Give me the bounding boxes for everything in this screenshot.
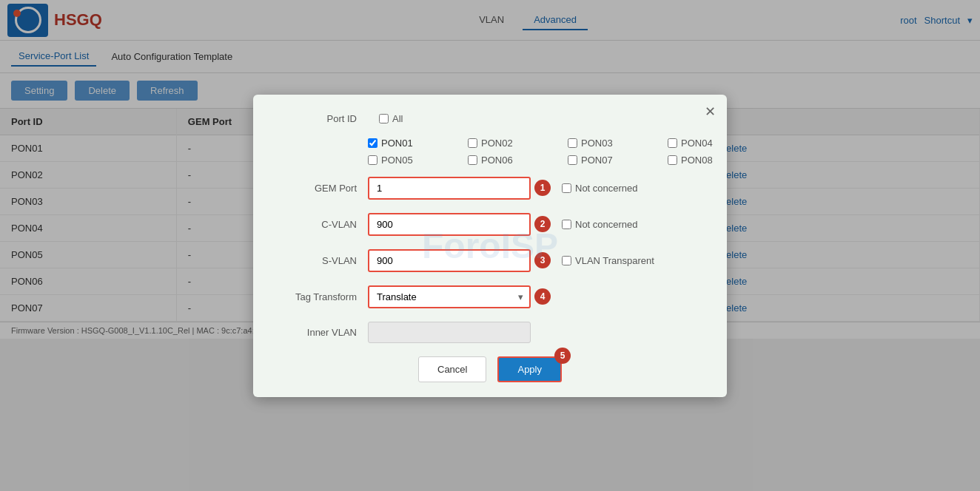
c-vlan-not-concerned-checkbox[interactable] bbox=[562, 220, 571, 229]
tag-transform-input-group: Translate Add Remove Transparent ▾ 4 bbox=[368, 285, 551, 308]
gem-port-label: GEM Port bbox=[275, 183, 357, 194]
s-vlan-transparent-text: VLAN Transparent bbox=[575, 255, 654, 266]
inner-vlan-label: Inner VLAN bbox=[275, 327, 357, 338]
gem-port-not-concerned-text: Not concerned bbox=[575, 183, 638, 194]
gem-port-not-concerned-label[interactable]: Not concerned bbox=[562, 183, 638, 194]
pon05-label: PON05 bbox=[381, 155, 413, 166]
s-vlan-input[interactable] bbox=[368, 249, 531, 272]
gem-port-row: GEM Port 1 Not concerned bbox=[275, 177, 705, 200]
c-vlan-not-concerned-text: Not concerned bbox=[575, 219, 638, 230]
pon06-label: PON06 bbox=[481, 155, 513, 166]
pon07-label: PON07 bbox=[581, 155, 613, 166]
port-id-section: Port ID All bbox=[275, 113, 705, 124]
s-vlan-transparent-checkbox[interactable] bbox=[562, 256, 571, 265]
step-badge-4: 4 bbox=[534, 288, 551, 305]
s-vlan-input-group: 3 VLAN Transparent bbox=[368, 249, 654, 272]
step-badge-2: 2 bbox=[534, 216, 551, 232]
pon01-item[interactable]: PON01 bbox=[368, 138, 464, 149]
tag-transform-row: Tag Transform Translate Add Remove Trans… bbox=[275, 285, 705, 308]
pon02-label: PON02 bbox=[481, 138, 513, 149]
pon05-checkbox[interactable] bbox=[368, 155, 377, 165]
pon03-label: PON03 bbox=[581, 138, 613, 149]
pon08-checkbox[interactable] bbox=[668, 155, 677, 165]
pon02-checkbox[interactable] bbox=[468, 138, 477, 148]
all-checkbox-label[interactable]: All bbox=[379, 113, 403, 124]
c-vlan-not-concerned-label[interactable]: Not concerned bbox=[562, 219, 638, 230]
pon05-item[interactable]: PON05 bbox=[368, 155, 464, 166]
apply-wrapper: Apply 5 bbox=[497, 356, 562, 382]
inner-vlan-input[interactable] bbox=[368, 322, 531, 343]
tag-transform-select[interactable]: Translate Add Remove Transparent bbox=[368, 285, 531, 308]
pon03-item[interactable]: PON03 bbox=[568, 138, 664, 149]
gem-port-input[interactable] bbox=[368, 177, 531, 200]
gem-port-input-group: 1 Not concerned bbox=[368, 177, 638, 200]
pon01-label: PON01 bbox=[381, 138, 413, 149]
cancel-button[interactable]: Cancel bbox=[418, 356, 486, 382]
pon03-checkbox[interactable] bbox=[568, 138, 577, 148]
pon06-item[interactable]: PON06 bbox=[468, 155, 564, 166]
s-vlan-transparent-label[interactable]: VLAN Transparent bbox=[562, 255, 654, 266]
pon02-item[interactable]: PON02 bbox=[468, 138, 564, 149]
pon07-item[interactable]: PON07 bbox=[568, 155, 664, 166]
pon06-checkbox[interactable] bbox=[468, 155, 477, 165]
pon07-checkbox[interactable] bbox=[568, 155, 577, 165]
tag-transform-label: Tag Transform bbox=[275, 291, 357, 302]
tag-transform-select-wrapper: Translate Add Remove Transparent ▾ bbox=[368, 285, 531, 308]
c-vlan-label: C-VLAN bbox=[275, 219, 357, 230]
port-id-label: Port ID bbox=[275, 113, 357, 124]
gem-port-not-concerned-checkbox[interactable] bbox=[562, 183, 571, 193]
modal-overlay[interactable]: ForoISP ✕ Port ID All PON01 PON02 bbox=[0, 0, 980, 491]
step-badge-1: 1 bbox=[534, 180, 551, 196]
modal-close-button[interactable]: ✕ bbox=[705, 104, 716, 120]
pon-row-2: PON05 PON06 PON07 PON08 bbox=[368, 155, 797, 166]
pon-row-1: PON01 PON02 PON03 PON04 bbox=[368, 138, 797, 149]
all-checkbox[interactable] bbox=[379, 114, 389, 123]
pon04-label: PON04 bbox=[681, 138, 713, 149]
s-vlan-label: S-VLAN bbox=[275, 255, 357, 266]
apply-button[interactable]: Apply bbox=[497, 356, 562, 382]
c-vlan-input-group: 2 Not concerned bbox=[368, 213, 638, 236]
pon08-label: PON08 bbox=[681, 155, 713, 166]
pon08-item[interactable]: PON08 bbox=[668, 155, 764, 166]
pon01-checkbox[interactable] bbox=[368, 138, 377, 148]
modal: ForoISP ✕ Port ID All PON01 PON02 bbox=[253, 95, 727, 397]
s-vlan-row: S-VLAN 3 VLAN Transparent bbox=[275, 249, 705, 272]
step-badge-3: 3 bbox=[534, 252, 551, 268]
c-vlan-row: C-VLAN 2 Not concerned bbox=[275, 213, 705, 236]
all-label: All bbox=[392, 113, 403, 124]
pon04-item[interactable]: PON04 bbox=[668, 138, 764, 149]
c-vlan-input[interactable] bbox=[368, 213, 531, 236]
modal-footer: Cancel Apply 5 bbox=[275, 356, 705, 382]
pon04-checkbox[interactable] bbox=[668, 138, 677, 148]
step-badge-5: 5 bbox=[554, 348, 571, 364]
inner-vlan-row: Inner VLAN bbox=[275, 322, 705, 343]
